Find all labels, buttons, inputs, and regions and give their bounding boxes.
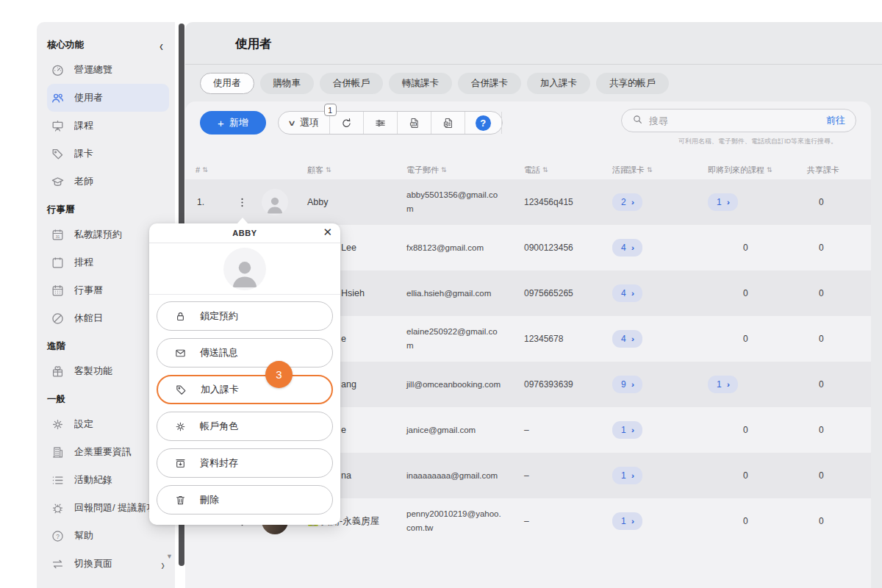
- add-button[interactable]: + 新增: [200, 111, 266, 135]
- chevron-right-icon: ›: [161, 555, 165, 573]
- active-cards-pill[interactable]: 4›: [612, 330, 642, 348]
- tab-1[interactable]: 購物車: [260, 73, 315, 94]
- customer-email: fx88123@gmail.com: [406, 241, 503, 255]
- active-cards-pill[interactable]: 4›: [612, 284, 642, 302]
- sidebar-section-header: 行事曆: [47, 198, 169, 220]
- chevron-right-icon: ›: [631, 380, 634, 389]
- ban-icon: [51, 312, 65, 326]
- refresh-icon: [340, 117, 353, 129]
- upcoming-classes-pill[interactable]: 1›: [708, 376, 738, 393]
- shared-cards-value: 0: [807, 288, 866, 298]
- sidebar-item[interactable]: ? 幫助: [47, 522, 169, 550]
- help-button[interactable]: ?: [465, 112, 502, 134]
- column-header[interactable]: 活躍課卡 ⇅: [612, 165, 708, 176]
- popup-avatar-row: [149, 243, 340, 295]
- chevron-right-icon: ›: [631, 289, 634, 298]
- step-badge: 3: [265, 361, 293, 388]
- column-header[interactable]: 電子郵件 ⇅: [406, 165, 524, 176]
- chevron-right-icon: ›: [631, 471, 634, 480]
- column-header[interactable]: # ⇅: [196, 165, 234, 174]
- column-header[interactable]: 即將到來的課程 ⇅: [708, 165, 807, 176]
- calendar31-icon: 31: [51, 228, 65, 242]
- question-mark-icon: ?: [476, 115, 491, 131]
- active-cards-pill[interactable]: 1›: [612, 512, 642, 530]
- svg-text:?: ?: [56, 532, 60, 539]
- export-csv-button[interactable]: CSV: [398, 112, 431, 134]
- sidebar-item[interactable]: 使用者: [47, 84, 169, 112]
- customer-phone: 0900123456: [524, 243, 612, 253]
- customer-email: ellia.hsieh@gmail.com: [406, 287, 503, 301]
- sort-icon: ⇅: [542, 166, 548, 173]
- gauge-icon: [51, 63, 65, 77]
- close-icon[interactable]: ✕: [323, 226, 332, 237]
- active-cards-pill[interactable]: 2›: [612, 193, 642, 211]
- gift-icon: [51, 365, 65, 379]
- column-header[interactable]: 共享課卡: [807, 165, 866, 176]
- active-cards-pill[interactable]: 9›: [612, 376, 642, 393]
- board-icon: [51, 119, 65, 133]
- sidebar-item[interactable]: 營運總覽: [47, 56, 169, 84]
- popup-menu-item-4[interactable]: 資料封存: [157, 448, 333, 478]
- tab-0[interactable]: 使用者: [200, 73, 254, 94]
- sidebar-scroll-down-icon[interactable]: ▼: [166, 553, 173, 560]
- lock-icon: [174, 310, 187, 323]
- search-input[interactable]: [649, 115, 820, 126]
- active-cards-pill[interactable]: 4›: [612, 239, 642, 257]
- row-menu-button[interactable]: [234, 194, 250, 210]
- tab-4[interactable]: 合併課卡: [458, 73, 521, 94]
- search-go-button[interactable]: 前往: [826, 114, 845, 127]
- popup-menu-item-2[interactable]: 加入課卡 3: [157, 375, 333, 404]
- toolbar-button-group: ∨ 選項 CSV ? 1: [278, 111, 503, 135]
- chevron-right-icon: ›: [631, 243, 634, 252]
- table-header-row: # ⇅ 顧客 ⇅ 電子郵件 ⇅ 電話 ⇅ 活躍課卡 ⇅ 即將到來的課程 ⇅ 共享…: [185, 160, 871, 179]
- upcoming-classes-pill[interactable]: 1›: [708, 193, 738, 211]
- options-dropdown-button[interactable]: ∨ 選項: [279, 112, 330, 134]
- column-header[interactable]: 顧客 ⇅: [307, 165, 406, 176]
- customer-email: jill@omceanbooking.com: [406, 378, 503, 392]
- customer-email: janice@gmail.com: [406, 423, 503, 437]
- building-icon: [51, 445, 65, 459]
- popup-menu-item-5[interactable]: 刪除: [157, 485, 333, 514]
- sort-icon: ⇅: [767, 166, 772, 173]
- collapse-sidebar-icon[interactable]: ‹: [159, 36, 163, 54]
- avatar: [262, 189, 288, 215]
- customer-phone: –: [524, 470, 612, 481]
- excel-file-icon: [442, 117, 454, 129]
- trash-icon: [174, 494, 187, 506]
- sort-icon: ⇅: [441, 166, 447, 173]
- sidebar-item[interactable]: 切換頁面 ›: [47, 550, 169, 578]
- customer-email: penny20010219@yahoo.com.tw: [406, 507, 503, 535]
- search-area: 前往 可利用名稱、電子郵件、電話或自訂ID等來進行搜尋。: [621, 109, 856, 146]
- upcoming-classes-value: 0: [708, 425, 748, 435]
- tab-3[interactable]: 轉讓課卡: [389, 73, 452, 94]
- popup-menu-item-1[interactable]: 傳送訊息: [157, 338, 333, 368]
- column-header[interactable]: 電話 ⇅: [524, 165, 612, 176]
- page-title: 使用者: [185, 22, 882, 65]
- tab-6[interactable]: 共享的帳戶: [596, 73, 669, 94]
- mail-icon: [174, 347, 187, 359]
- export-excel-button[interactable]: [431, 112, 465, 134]
- active-cards-pill[interactable]: 1›: [612, 421, 642, 439]
- popup-menu-item-0[interactable]: 鎖定預約: [157, 301, 333, 331]
- sort-icon: ⇅: [647, 166, 653, 173]
- cap-icon: [51, 175, 65, 189]
- popup-menu-item-3[interactable]: 帳戶角色: [157, 412, 333, 441]
- chevron-right-icon: ›: [726, 198, 729, 207]
- chevron-right-icon: ›: [631, 334, 634, 343]
- customer-name[interactable]: Abby: [307, 196, 406, 209]
- sidebar-item[interactable]: 課程: [47, 112, 169, 140]
- sliders-icon: [374, 117, 387, 129]
- customer-email: elaine250922@gmail.com: [406, 325, 503, 353]
- archive-icon: [174, 457, 187, 470]
- active-cards-pill[interactable]: 1›: [612, 467, 642, 484]
- options-count-badge: 1: [324, 104, 337, 116]
- filter-button[interactable]: [364, 112, 398, 134]
- calendar-icon: [51, 256, 65, 270]
- tab-5[interactable]: 加入課卡: [527, 73, 590, 94]
- sidebar-item[interactable]: 課卡: [47, 140, 169, 168]
- sidebar-item[interactable]: 老師: [47, 168, 169, 196]
- swap-icon: [51, 557, 65, 571]
- upcoming-classes-value: 0: [708, 288, 748, 298]
- search-icon: [632, 114, 643, 128]
- tab-2[interactable]: 合併帳戶: [320, 73, 383, 94]
